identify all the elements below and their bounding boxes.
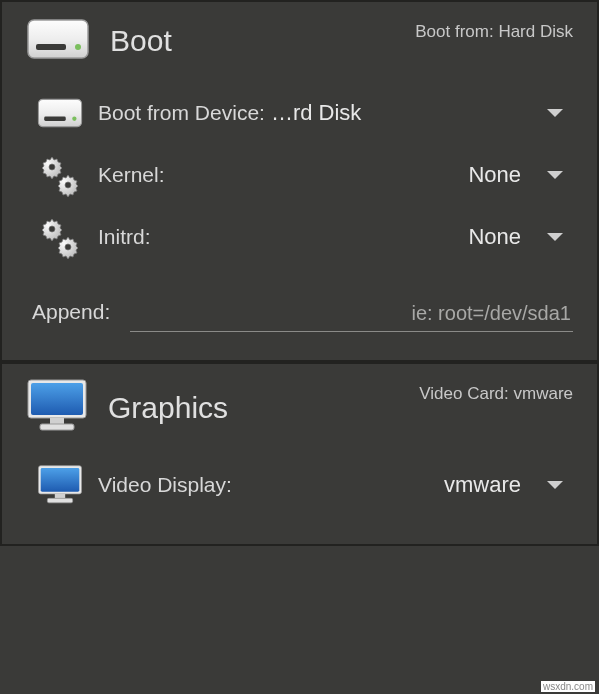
append-label: Append: — [32, 300, 110, 324]
video-display-value: vmware — [444, 472, 521, 498]
boot-device-value: …rd Disk — [271, 100, 361, 126]
kernel-value: None — [468, 162, 521, 188]
graphics-subtitle: Video Card: vmware — [419, 384, 573, 404]
svg-rect-13 — [40, 424, 74, 430]
svg-point-6 — [49, 164, 55, 170]
boot-subtitle: Boot from: Hard Disk — [415, 22, 573, 42]
gears-icon — [34, 153, 86, 197]
chevron-down-icon — [547, 481, 563, 489]
svg-point-8 — [49, 226, 55, 232]
graphics-section: Graphics Video Card: vmware Video Displa… — [0, 362, 599, 546]
gears-icon — [34, 215, 86, 259]
svg-rect-17 — [47, 498, 72, 502]
boot-device-row[interactable]: Boot from Device: …rd Disk — [26, 82, 573, 144]
initrd-row[interactable]: Initrd: None — [26, 206, 573, 268]
append-input[interactable] — [130, 296, 573, 332]
svg-point-9 — [65, 244, 71, 250]
svg-rect-11 — [31, 383, 83, 415]
boot-title: Boot — [110, 24, 172, 58]
svg-rect-12 — [50, 418, 64, 424]
drive-icon — [34, 96, 86, 130]
graphics-title: Graphics — [108, 391, 228, 425]
chevron-down-icon — [547, 109, 563, 117]
initrd-value: None — [468, 224, 521, 250]
append-row: Append: — [26, 268, 573, 332]
video-display-row[interactable]: Video Display: vmware — [26, 454, 573, 516]
graphics-header: Graphics Video Card: vmware — [26, 378, 573, 438]
svg-point-5 — [72, 117, 76, 121]
boot-section: Boot Boot from: Hard Disk Boot from Devi… — [0, 0, 599, 362]
kernel-label: Kernel: — [98, 163, 165, 187]
svg-rect-0 — [28, 20, 88, 58]
svg-rect-1 — [36, 44, 66, 50]
svg-rect-15 — [41, 468, 80, 492]
boot-device-label: Boot from Device: — [98, 101, 265, 125]
svg-rect-4 — [44, 117, 66, 121]
svg-point-7 — [65, 182, 71, 188]
chevron-down-icon — [547, 171, 563, 179]
kernel-row[interactable]: Kernel: None — [26, 144, 573, 206]
svg-point-2 — [75, 44, 81, 50]
boot-header: Boot Boot from: Hard Disk — [26, 16, 573, 66]
watermark: wsxdn.com — [541, 681, 595, 692]
drive-icon — [26, 16, 90, 66]
video-display-label: Video Display: — [98, 473, 232, 497]
monitor-icon — [34, 464, 86, 506]
svg-rect-3 — [38, 99, 81, 126]
chevron-down-icon — [547, 233, 563, 241]
monitor-icon — [26, 378, 88, 438]
initrd-label: Initrd: — [98, 225, 151, 249]
svg-rect-16 — [55, 494, 65, 498]
